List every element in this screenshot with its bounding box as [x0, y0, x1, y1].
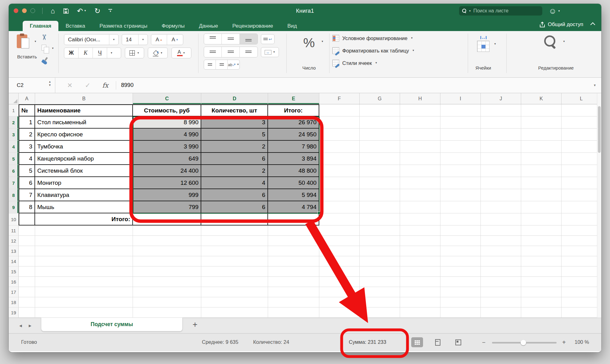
cell-E8[interactable]: 5 994	[268, 189, 319, 201]
cell-G3[interactable]	[360, 129, 400, 141]
collapse-ribbon-icon[interactable]	[590, 22, 595, 27]
cell-C17[interactable]	[133, 287, 201, 297]
tab-insert[interactable]: Вставка	[58, 21, 92, 31]
row-header-17[interactable]: 17	[9, 287, 19, 297]
cell-G9[interactable]	[360, 201, 400, 213]
cell-K10[interactable]	[521, 213, 562, 225]
align-top-button[interactable]	[204, 34, 222, 44]
font-name-select[interactable]: Calibri (Осн... ▼	[64, 34, 119, 45]
cell-E6[interactable]: 48 800	[268, 165, 319, 177]
cell-F16[interactable]	[319, 277, 360, 287]
cell-H7[interactable]	[400, 177, 440, 189]
cell-I6[interactable]	[440, 165, 481, 177]
cell-F15[interactable]	[319, 266, 360, 277]
next-sheet-icon[interactable]: ▸	[29, 322, 32, 329]
cell-E4[interactable]: 7 980	[268, 141, 319, 153]
row-header-9[interactable]: 9	[9, 201, 19, 213]
cell-K17[interactable]	[521, 287, 562, 297]
column-header-I[interactable]: I	[440, 93, 481, 104]
tab-data[interactable]: Данные	[192, 21, 225, 31]
row-header-13[interactable]: 13	[9, 246, 19, 256]
cell-J17[interactable]	[481, 287, 521, 297]
cell-G4[interactable]	[360, 141, 400, 153]
row-header-5[interactable]: 5	[9, 153, 19, 165]
cell-F2[interactable]	[319, 116, 360, 129]
cell-K11[interactable]	[521, 225, 562, 236]
row-header-11[interactable]: 11	[9, 225, 19, 236]
column-header-K[interactable]: K	[521, 93, 562, 104]
cell-I9[interactable]	[440, 201, 481, 213]
zoom-slider-thumb[interactable]	[521, 340, 526, 345]
cell-H9[interactable]	[400, 201, 440, 213]
page-break-view-button[interactable]	[452, 337, 464, 347]
cell-D9[interactable]: 6	[201, 201, 268, 213]
cell-L11[interactable]	[562, 225, 601, 236]
underline-button[interactable]: Ч	[93, 48, 107, 58]
column-header-A[interactable]: A	[19, 93, 35, 104]
cell-L12[interactable]	[562, 236, 601, 246]
paste-button[interactable]	[17, 34, 31, 50]
cell-F7[interactable]	[319, 177, 360, 189]
column-header-G[interactable]: G	[360, 93, 400, 104]
cell-L10[interactable]	[562, 213, 601, 225]
cell-B15[interactable]	[35, 266, 133, 277]
cell-F14[interactable]	[319, 256, 360, 266]
cell-K9[interactable]	[521, 201, 562, 213]
cell-D12[interactable]	[201, 236, 268, 246]
cell-B19[interactable]	[35, 307, 133, 318]
prev-sheet-icon[interactable]: ◂	[19, 322, 22, 329]
cell-A12[interactable]	[19, 236, 35, 246]
cell-K12[interactable]	[521, 236, 562, 246]
cell-G12[interactable]	[360, 236, 400, 246]
cell-K16[interactable]	[521, 277, 562, 287]
name-box-stepper[interactable]: ▲▼	[48, 80, 51, 87]
cell-B18[interactable]	[35, 297, 133, 307]
cell-A3[interactable]: 2	[19, 129, 35, 141]
cell-L4[interactable]	[562, 141, 601, 153]
cell-C7[interactable]: 12 600	[133, 177, 201, 189]
cell-J12[interactable]	[481, 236, 521, 246]
cell-F1[interactable]	[319, 104, 360, 116]
cell-A16[interactable]	[19, 277, 35, 287]
column-header-C[interactable]: C	[133, 93, 201, 104]
cell-G16[interactable]	[360, 277, 400, 287]
cell-I3[interactable]	[440, 129, 481, 141]
cell-J14[interactable]	[481, 256, 521, 266]
insert-function-icon[interactable]: fx	[102, 82, 108, 89]
cell-D11[interactable]	[201, 225, 268, 236]
cell-F11[interactable]	[319, 225, 360, 236]
cell-K7[interactable]	[521, 177, 562, 189]
cell-D17[interactable]	[201, 287, 268, 297]
cell-K4[interactable]	[521, 141, 562, 153]
cell-styles-button[interactable]: Стили ячеек▼	[332, 58, 377, 68]
cell-L6[interactable]	[562, 165, 601, 177]
cell-D18[interactable]	[201, 297, 268, 307]
cell-B14[interactable]	[35, 256, 133, 266]
formula-input[interactable]: 8990	[121, 82, 134, 89]
select-all-corner[interactable]	[9, 93, 19, 104]
cell-D15[interactable]	[201, 266, 268, 277]
cell-J3[interactable]	[481, 129, 521, 141]
cell-J13[interactable]	[481, 246, 521, 256]
cell-L16[interactable]	[562, 277, 601, 287]
cell-D5[interactable]: 6	[201, 153, 268, 165]
cell-E13[interactable]	[268, 246, 319, 256]
cell-A13[interactable]	[19, 246, 35, 256]
cell-F9[interactable]	[319, 201, 360, 213]
cell-H12[interactable]	[400, 236, 440, 246]
cell-A5[interactable]: 4	[19, 153, 35, 165]
cell-D14[interactable]	[201, 256, 268, 266]
cell-B5[interactable]: Канцелярский набор	[35, 153, 133, 165]
cell-L3[interactable]	[562, 129, 601, 141]
row-header-4[interactable]: 4	[9, 141, 19, 153]
align-center-button[interactable]	[222, 47, 239, 57]
row-header-14[interactable]: 14	[9, 256, 19, 266]
cut-icon[interactable]: ✂	[40, 34, 48, 40]
cell-B1[interactable]: Наименование	[35, 104, 133, 116]
cell-L9[interactable]	[562, 201, 601, 213]
cell-B2[interactable]: Стол письменный	[35, 116, 133, 129]
cell-A18[interactable]	[19, 297, 35, 307]
copy-icon[interactable]	[42, 45, 46, 51]
cell-H10[interactable]	[400, 213, 440, 225]
decrease-indent-button[interactable]	[204, 60, 216, 69]
